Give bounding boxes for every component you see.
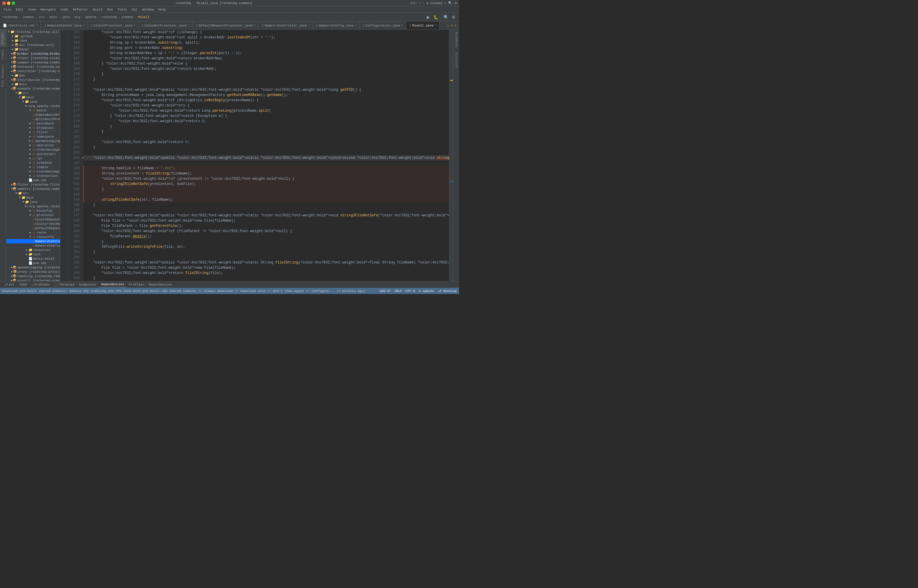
line-sep-indicator[interactable]: CRLF [394, 289, 402, 293]
module-name[interactable]: common [23, 15, 34, 19]
mixall-cls[interactable]: MixAll [138, 15, 150, 19]
tree-item-main2[interactable]: ▼ 📁 main [6, 195, 60, 200]
tree-item-processor[interactable]: ▼ ◻ processor [6, 213, 60, 217]
menu-tools[interactable]: Tools [115, 6, 129, 13]
tree-item-idea[interactable]: ▶ 📁 idea [6, 39, 60, 43]
tab-todo[interactable]: TODO [18, 281, 29, 288]
position-indicator[interactable]: 186:37 [379, 289, 391, 293]
menu-code[interactable]: Code [58, 6, 70, 13]
tab-problems[interactable]: ⚠ Problems [30, 281, 51, 288]
tab-namesrvconfig-close[interactable]: × [355, 24, 356, 27]
tree-item-pomxml2[interactable]: 📄 pom.xml [6, 261, 60, 265]
debug-button[interactable]: 🐛 [433, 14, 439, 20]
tab-dependencies[interactable]: Dependencies [147, 281, 174, 288]
tree-item-namesrv[interactable]: ▼ 📦 namesrv [rocketmq-namesrv] [6, 187, 60, 191]
tab-remotechannel[interactable]: J RemoteChannel.java × [41, 21, 87, 30]
tree-item-openmsg2[interactable]: ▶ 📦 openmessaging [rocketmq-openmessagin… [6, 265, 60, 270]
org-pkg[interactable]: org [74, 15, 80, 19]
branch-indicator[interactable]: ⎇ develop [438, 289, 457, 293]
menu-refactor[interactable]: Refactor [70, 6, 91, 13]
tab-terminal[interactable]: ⬛ Terminal [53, 281, 76, 288]
tree-item-srvutil[interactable]: ▶ 📦 srvutil [rocketmq-srvutil] [6, 278, 60, 281]
tab-defaultrequest[interactable]: J DefaultRequestProcessor.java × [192, 21, 258, 30]
tree-item-github[interactable]: ▶ 📁 .github [6, 34, 60, 39]
tree-item-pomxml1[interactable]: 📄 pom.xml [6, 178, 60, 183]
tree-item-broker[interactable]: ▶ 📦 broker [rocketmq-broker] [6, 52, 60, 56]
tab-checkstyle[interactable]: 📄 checkstyle.xml × [0, 21, 41, 30]
menu-help[interactable]: Help [156, 6, 168, 13]
minimize-button[interactable] [7, 2, 10, 5]
tab-profiler[interactable]: Profiler [127, 281, 146, 288]
java-dir[interactable]: java [62, 15, 69, 19]
src-dir[interactable]: src [39, 15, 45, 19]
tree-item-container[interactable]: ▶ 📦 container [rocketmq-container] [6, 65, 60, 69]
tree-item-acl[interactable]: ▶ 📦 acl [rocketmq-acl] [6, 43, 60, 47]
settings-icon[interactable]: ⚙ [455, 1, 457, 5]
tree-item-benchmark[interactable]: ▶ ◻ benchmark [6, 121, 60, 126]
tab-clientprocessor-close[interactable]: × [134, 24, 135, 27]
tab-services[interactable]: Dependencies [100, 281, 126, 288]
tab-namesrvconfig[interactable]: J NamesrvConfig.java × [313, 21, 359, 30]
tree-item-example[interactable]: ▼ 📦 example [rocketmq-example] [6, 86, 60, 91]
tree-item-ordermessage[interactable]: ▶ ◻ ordermessage [6, 147, 60, 152]
settings-button[interactable]: ⚙ [450, 14, 457, 20]
tab-clientprocessor[interactable]: J ClientProcessor.java × [88, 21, 139, 30]
tab-checkstyle-close[interactable]: × [36, 24, 38, 27]
tree-item-test2[interactable]: ▶ 📁 test [6, 252, 60, 257]
code-editor[interactable]: 162 "color:#cc7832;font-weight:bold">if … [69, 30, 449, 281]
project-tree[interactable]: ▼ 📁 rocketmq [rocketmq-all] ▶ 📁 .github … [6, 30, 60, 281]
tree-item-routeinfo[interactable]: ▼ ◻ routeinfo [6, 235, 60, 239]
menu-build[interactable]: Build [91, 6, 105, 13]
project-name[interactable]: rocketmq [2, 15, 18, 19]
tree-item-schedule[interactable]: ▶ ◻ schedule [6, 160, 60, 165]
tree-item-defaultreq2[interactable]: ☕ DefaultRequestProcessor [6, 226, 60, 230]
tree-item-rocketmq[interactable]: ▼ 📁 rocketmq [rocketmq-all] [6, 30, 60, 34]
tree-item-main1[interactable]: ▼ 📁 main [6, 95, 60, 99]
window-controls[interactable] [2, 2, 15, 5]
main-dir[interactable]: main [49, 15, 57, 19]
tree-item-splitbatch[interactable]: ☕ SplitBatchProducer.java [6, 117, 60, 121]
tree-item-src2[interactable]: ▼ 📁 src [6, 191, 60, 195]
tab-remotechannel-close[interactable]: × [83, 24, 85, 27]
tree-item-proxy[interactable]: ▶ 📦 proxy [rocketmq-proxy] [6, 270, 60, 274]
search-everywhere-button[interactable]: 🔍 [443, 14, 449, 20]
rocketmq-pkg[interactable]: rocketmq [102, 15, 117, 19]
tree-item-filter[interactable]: ▶ ◻ filter [6, 130, 60, 134]
common-pkg[interactable]: common [121, 15, 133, 19]
tree-item-src1[interactable]: ▼ 📁 src [6, 91, 60, 95]
apache-pkg[interactable]: apache [85, 15, 97, 19]
tab-configuration[interactable]: J Configuration.java × [359, 21, 406, 30]
menu-view[interactable]: View [26, 6, 38, 13]
tree-item-kvconfig[interactable]: ▶ ◻ kvconfig [6, 208, 60, 213]
menu-edit[interactable]: Edit [13, 6, 26, 13]
tree-item-simple[interactable]: ▶ ◻ simple [6, 165, 60, 169]
tab-configuration-close[interactable]: × [401, 24, 403, 27]
tree-item-clustertest[interactable]: ☕ ClusterTestRequestProcessor [6, 221, 60, 226]
tree-item-bazel[interactable]: ▶ 📁 bazel [6, 47, 60, 52]
tree-item-clientreq[interactable]: ☕ ClientRequestProcessor [6, 217, 60, 221]
pull-requests-tab[interactable]: Pull Requests [0, 62, 6, 89]
tree-item-transaction[interactable]: ▶ ◻ transaction [6, 174, 60, 178]
menu-window[interactable]: Window [140, 6, 156, 13]
tree-item-distribution[interactable]: ▶ 📦 distribution [rocketmq-distribution] [6, 78, 60, 82]
menu-file[interactable]: File [1, 6, 13, 13]
tree-item-remoting[interactable]: ▶ 📦 remoting [rocketmq-remoting] [6, 274, 60, 278]
tree-item-simplebatch[interactable]: ☕ SimpleBatchProducer [6, 113, 60, 117]
tree-item-resources[interactable]: ▶ 📁 resources [6, 248, 60, 252]
run-button[interactable]: ▶ [425, 14, 432, 20]
tab-defaultrequest-close[interactable]: × [254, 24, 255, 27]
tab-consumerprocessor-close[interactable]: × [187, 24, 189, 27]
tree-item-namespace[interactable]: ▶ ◻ namespace [6, 134, 60, 139]
tree-item-broadcast[interactable]: ▶ ◻ broadcast [6, 126, 60, 130]
tree-item-java1[interactable]: ▼ 📁 java [6, 99, 60, 104]
tree-item-filterpkg[interactable]: ▶ 📦 filter [rocketmq-filter] [6, 183, 60, 187]
tree-item-java2[interactable]: ▼ 📁 java [6, 200, 60, 204]
tree-item-quickstart[interactable]: ▶ ◻ quickstart [6, 152, 60, 156]
commit-tab[interactable]: Commit [0, 47, 6, 62]
tree-item-controller[interactable]: ▶ 📦 controller [rocketmq-controller] [6, 69, 60, 73]
tab-endpoints[interactable]: Endpoints [78, 281, 98, 288]
indent-indicator[interactable]: 4 spaces [419, 289, 434, 293]
tree-item-buildbazel[interactable]: 📄 BUILD.bazel [6, 257, 60, 261]
tree-item-namesrvstartup[interactable]: ☕ NamesrvStartup [6, 243, 60, 248]
project-tab[interactable]: Project [0, 30, 6, 47]
